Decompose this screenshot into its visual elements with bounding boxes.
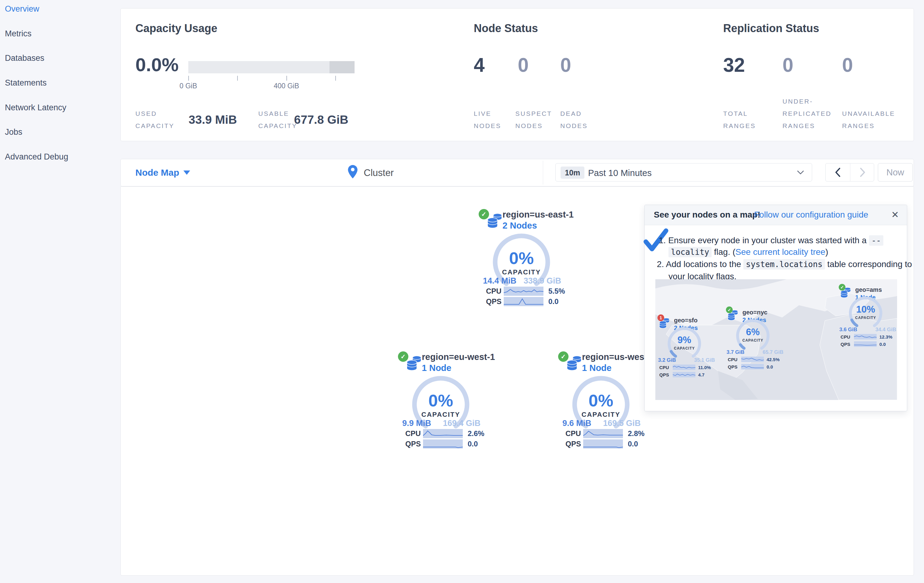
time-forward-button[interactable] xyxy=(850,163,874,181)
mini-locality-label: geo=ams xyxy=(855,286,882,293)
cpu-value: 5.5% xyxy=(548,287,565,295)
gauge-percent: 0% xyxy=(491,248,552,268)
see-locality-tree-link[interactable]: See current locality tree xyxy=(736,247,825,257)
cpu-value: 12.3% xyxy=(879,334,893,339)
suspect-nodes-value: 0 xyxy=(518,54,529,76)
healthy-check-icon: ✓ xyxy=(839,284,845,291)
gauge-percent: 10% xyxy=(848,304,883,315)
locality-group-us-west-1: ✓ region=us-west-1 1 Node 0% CAPACITY 9.… xyxy=(558,350,644,453)
sidebar-item-jobs[interactable]: Jobs xyxy=(5,127,22,137)
time-range-badge: 10m xyxy=(561,166,584,179)
qps-value: 0.0 xyxy=(879,342,886,347)
qps-sparkline xyxy=(504,297,543,306)
locality-node-count-link[interactable]: 1 Node xyxy=(422,363,452,373)
cpu-metric-row: CPU 5.5% xyxy=(486,287,565,296)
cpu-metric-row: CPU 11.0% xyxy=(659,364,711,370)
gauge-capacity-label: CAPACITY xyxy=(410,411,471,418)
qps-label: QPS xyxy=(728,364,741,369)
locality-label[interactable]: region=eu-west-1 xyxy=(422,352,495,362)
locality-group-eu-west-1: ✓ region=eu-west-1 1 Node 0% CAPACITY 9.… xyxy=(398,350,483,453)
qps-value: 0.0 xyxy=(628,440,638,448)
capacity-usage-title: Capacity Usage xyxy=(135,22,217,35)
sidebar-item-overview[interactable]: Overview xyxy=(5,4,40,14)
gauge-capacity-label: CAPACITY xyxy=(570,411,632,418)
used-capacity: 3.6 GiB xyxy=(839,327,857,333)
total-capacity: 35.1 GiB xyxy=(694,357,715,363)
used-capacity: 3.7 GiB xyxy=(726,349,744,355)
step-2-number: 2. xyxy=(657,259,664,269)
locality-label[interactable]: region=us-east-1 xyxy=(503,209,574,220)
under-replicated-value: 0 xyxy=(782,54,794,76)
close-icon[interactable]: ✕ xyxy=(891,209,899,220)
cpu-metric-row: CPU 42.5% xyxy=(728,357,780,362)
node-status-title: Node Status xyxy=(474,22,538,35)
view-selector-caret-icon[interactable] xyxy=(183,171,190,175)
healthy-check-icon: ✓ xyxy=(398,351,408,362)
locality-node-count-link[interactable]: 1 Node xyxy=(582,363,612,373)
cpu-metric-row: CPU 2.8% xyxy=(566,429,645,438)
gauge-percent: 9% xyxy=(667,334,702,346)
cpu-label: CPU xyxy=(728,357,741,362)
qps-value: 4.7 xyxy=(698,372,705,377)
cpu-value: 11.0% xyxy=(698,365,711,370)
sidebar-item-network-latency[interactable]: Network Latency xyxy=(5,103,66,112)
gauge-percent: 0% xyxy=(410,390,471,410)
step-1-number: 1. xyxy=(659,236,666,245)
database-stack-icon xyxy=(487,212,503,229)
sidebar-item-advanced-debug[interactable]: Advanced Debug xyxy=(5,152,68,161)
qps-label: QPS xyxy=(659,372,673,377)
healthy-check-icon: ✓ xyxy=(478,209,489,219)
qps-label: QPS xyxy=(566,440,583,448)
sidebar-item-statements[interactable]: Statements xyxy=(5,78,47,88)
qps-sparkline xyxy=(423,440,463,448)
suspect-nodes-label: SUSPECT NODES xyxy=(515,107,552,132)
qps-sparkline xyxy=(583,440,623,448)
step-2-line-1: 2. Add locations to the system.locations… xyxy=(657,259,912,269)
chevron-left-icon xyxy=(835,168,841,177)
used-capacity: 14.4 MiB xyxy=(483,276,516,286)
locality-group-us-east-1: ✓ region=us-east-1 2 Nodes 0% CAPACITY 1… xyxy=(478,208,564,310)
sidebar-item-databases[interactable]: Databases xyxy=(5,53,45,63)
qps-metric-row: QPS 0.0 xyxy=(728,364,773,369)
cockroachdb-overview-page: Overview Metrics Databases Statements Ne… xyxy=(0,0,924,583)
step-2-text: Add locations to the xyxy=(666,259,744,269)
used-capacity: 3.2 GiB xyxy=(658,357,676,363)
mini-locality-geo-nyc: ✓ geo=nyc 2 Nodes 6% CAPACITY 3.7 GiB 65… xyxy=(726,306,784,372)
total-ranges-value: 32 xyxy=(723,54,745,76)
step-1-close-paren: ) xyxy=(825,247,828,257)
view-selector-node-map[interactable]: Node Map xyxy=(135,168,179,178)
qps-metric-row: QPS 0.0 xyxy=(486,297,558,306)
breadcrumb[interactable]: Cluster xyxy=(364,168,394,178)
time-range-select[interactable]: 10m Past 10 Minutes xyxy=(555,163,812,181)
time-back-button[interactable] xyxy=(826,163,850,181)
cpu-sparkline xyxy=(854,334,877,339)
cpu-sparkline xyxy=(741,357,764,362)
cpu-label: CPU xyxy=(486,287,504,295)
healthy-check-icon: ✓ xyxy=(558,351,569,362)
capacity-axis-label-0: 0 GiB xyxy=(167,82,210,90)
live-nodes-label: LIVE NODES xyxy=(474,107,501,132)
cpu-sparkline xyxy=(504,287,543,296)
qps-sparkline xyxy=(673,372,695,377)
gauge-percent: 6% xyxy=(735,327,771,338)
qps-sparkline xyxy=(854,341,877,347)
total-capacity: 169.5 GiB xyxy=(603,418,641,428)
configuration-guide-link[interactable]: Follow our configuration guide xyxy=(754,210,868,220)
cpu-sparkline xyxy=(423,429,463,438)
cpu-value: 2.6% xyxy=(468,429,485,438)
now-button[interactable]: Now xyxy=(878,163,913,181)
gauge-capacity-label: CAPACITY xyxy=(667,346,702,351)
gauge-capacity-label: CAPACITY xyxy=(491,268,552,276)
qps-metric-row: QPS 0.0 xyxy=(841,341,886,347)
live-nodes-value: 4 xyxy=(474,54,485,76)
qps-label: QPS xyxy=(486,297,504,306)
capacity-axis-tick xyxy=(335,76,336,81)
sidebar-item-metrics[interactable]: Metrics xyxy=(5,29,31,38)
qps-value: 0.0 xyxy=(767,364,773,369)
cpu-label: CPU xyxy=(405,429,423,438)
total-ranges-label: TOTAL RANGES xyxy=(723,107,756,132)
usable-capacity-label: USABLE CAPACITY xyxy=(258,107,297,132)
dead-nodes-label: DEAD NODES xyxy=(560,107,588,132)
locality-node-count-link[interactable]: 2 Nodes xyxy=(503,221,537,231)
gauge-capacity-label: CAPACITY xyxy=(735,338,771,343)
